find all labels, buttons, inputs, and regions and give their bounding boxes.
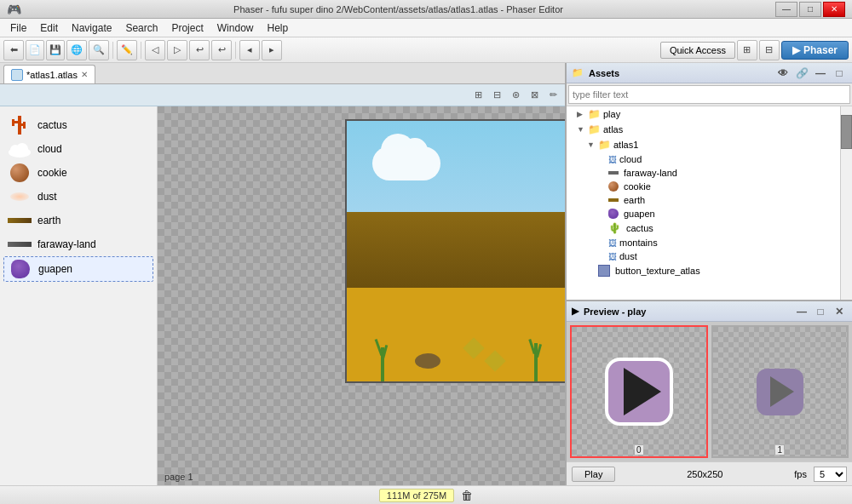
preview-panel-header: ▶ Preview - play — □ ✕ xyxy=(567,301,852,322)
sprite-item-guapen[interactable]: guapen xyxy=(3,256,153,282)
menu-project[interactable]: Project xyxy=(164,20,210,36)
toolbar-btn-7[interactable]: ▷ xyxy=(167,40,187,60)
tab-atlas-label: *atlas1.atlas xyxy=(26,70,78,80)
preview-panel-icon: ▶ xyxy=(572,306,579,317)
tree-cactus-label: cactus xyxy=(626,223,653,233)
toolbar-mode-btn[interactable]: ⊟ xyxy=(759,40,780,60)
tree-dust-label: dust xyxy=(619,251,637,261)
tree-play-label: play xyxy=(603,109,620,119)
fps-select[interactable]: 5 10 15 24 30 60 xyxy=(814,467,847,482)
assets-maximize-btn[interactable]: □ xyxy=(832,66,847,81)
tree-item-cookie[interactable]: ▶ cookie xyxy=(567,180,852,193)
tree-item-guapen[interactable]: ▶ guapen xyxy=(567,207,852,220)
sprite-item-cloud[interactable]: cloud xyxy=(3,137,153,161)
toolbar-btn-search[interactable]: 🔍 xyxy=(89,40,109,60)
assets-minimize-btn[interactable]: — xyxy=(813,66,828,81)
toolbar-btn-9[interactable]: ↩ xyxy=(211,40,232,60)
sprite-dust-label: dust xyxy=(37,191,57,203)
preview-play-button[interactable]: Play xyxy=(572,467,615,482)
preview-label-0: 0 xyxy=(635,445,643,455)
editor-btn-5[interactable]: ✏ xyxy=(544,87,561,104)
phaser-button[interactable]: ▶ Phaser xyxy=(781,41,849,60)
menu-edit[interactable]: Edit xyxy=(33,20,65,36)
toolbar-btn-new[interactable]: 📄 xyxy=(26,40,44,60)
svg-point-7 xyxy=(16,143,28,155)
toolbar-btn-6[interactable]: ◁ xyxy=(145,40,165,60)
preview-content: 0 1 xyxy=(567,322,852,461)
toolbar-btn-10[interactable]: ◂ xyxy=(239,40,260,60)
scrollbar-thumb[interactable] xyxy=(841,115,852,149)
assets-header-actions: 👁 🔗 — □ xyxy=(775,66,847,81)
menu-file[interactable]: File xyxy=(3,20,33,36)
toolbar-btn-11[interactable]: ▸ xyxy=(262,40,282,60)
montains-icon: 🖼 xyxy=(608,238,617,248)
fps-label: fps xyxy=(794,469,807,479)
sprite-item-earth[interactable]: earth xyxy=(3,209,153,232)
assets-scrollbar[interactable] xyxy=(840,106,852,300)
toolbar-btn-web[interactable]: 🌐 xyxy=(66,40,87,60)
phaser-label: Phaser xyxy=(803,44,838,56)
preview-header-actions: — □ ✕ xyxy=(794,304,847,319)
canvas-area[interactable]: page 1 xyxy=(158,106,565,485)
titlebar-controls[interactable]: — □ ✕ xyxy=(775,2,845,17)
tree-item-cactus[interactable]: ▶ 🌵 cactus xyxy=(567,220,852,236)
sprite-guapen-label: guapen xyxy=(38,263,72,275)
main-area: *atlas1.atlas ✕ ⊞ ⊟ ⊛ ⊠ ✏ xyxy=(0,63,852,485)
tree-item-atlas1[interactable]: ▼ 📁 atlas1 xyxy=(567,137,852,152)
toolbar-btn-save[interactable]: 💾 xyxy=(46,40,65,60)
preview-minimize-btn[interactable]: — xyxy=(794,304,809,319)
titlebar-left: 🎮 xyxy=(7,3,21,16)
sprite-faraway-icon xyxy=(7,235,32,254)
tab-close-btn[interactable]: ✕ xyxy=(81,70,88,79)
sprite-cloud-label: cloud xyxy=(37,143,62,155)
sprite-item-dust[interactable]: dust xyxy=(3,185,153,209)
menu-navigate[interactable]: Navigate xyxy=(65,20,118,36)
page-label: page 1 xyxy=(164,472,193,482)
preview-item-1[interactable]: 1 xyxy=(711,325,849,458)
assets-panel: 📁 Assets 👁 🔗 — □ ▶ 📁 play xyxy=(567,63,852,301)
assets-link-btn[interactable]: 🔗 xyxy=(794,66,809,81)
toolbar-perspective-btn[interactable]: ⊞ xyxy=(737,40,757,60)
maximize-button[interactable]: □ xyxy=(799,2,821,17)
assets-view-btn[interactable]: 👁 xyxy=(775,66,791,81)
toolbar-sep-1 xyxy=(112,42,113,59)
sprite-item-cactus[interactable]: cactus xyxy=(3,113,153,137)
trash-icon[interactable]: 🗑 xyxy=(461,489,473,502)
preview-close-btn[interactable]: ✕ xyxy=(832,304,847,319)
tab-atlas-icon xyxy=(11,69,23,81)
toolbar-btn-8[interactable]: ↩ xyxy=(189,40,210,60)
statusbar: 111M of 275M 🗑 xyxy=(0,485,852,504)
toolbar-btn-1[interactable]: ⬅ xyxy=(3,40,24,60)
editor-btn-4[interactable]: ⊠ xyxy=(526,87,543,104)
tree-item-button-atlas[interactable]: ▶ button_texture_atlas xyxy=(567,263,852,278)
editor-btn-2[interactable]: ⊟ xyxy=(488,87,505,104)
assets-filter-input[interactable] xyxy=(568,85,850,104)
minimize-button[interactable]: — xyxy=(775,2,797,17)
editor-tab-atlas[interactable]: *atlas1.atlas ✕ xyxy=(3,65,95,83)
tree-item-cloud[interactable]: ▶ 🖼 cloud xyxy=(567,152,852,166)
tree-item-atlas[interactable]: ▼ 📁 atlas xyxy=(567,122,852,137)
sprite-item-cookie[interactable]: cookie xyxy=(3,161,153,185)
editor-btn-1[interactable]: ⊞ xyxy=(469,87,486,104)
quick-access-button[interactable]: Quick Access xyxy=(660,42,735,59)
tree-item-dust[interactable]: ▶ 🖼 dust xyxy=(567,249,852,263)
sandy-ground xyxy=(347,288,565,381)
toolbar-btn-5[interactable]: ✏️ xyxy=(117,40,137,60)
close-button[interactable]: ✕ xyxy=(823,2,845,17)
menu-help[interactable]: Help xyxy=(260,20,295,36)
sprite-cookie-icon xyxy=(7,163,32,182)
assets-tree: ▶ 📁 play ▼ 📁 atlas ▼ 📁 atlas1 ▶ 🖼 xyxy=(567,106,852,300)
editor-btn-3[interactable]: ⊛ xyxy=(507,87,524,104)
menu-search[interactable]: Search xyxy=(118,20,164,36)
menu-window[interactable]: Window xyxy=(210,20,261,36)
tree-item-montains[interactable]: ▶ 🖼 montains xyxy=(567,236,852,249)
svg-rect-0 xyxy=(18,116,21,135)
preview-maximize-btn[interactable]: □ xyxy=(813,304,828,319)
tree-item-earth[interactable]: ▶ earth xyxy=(567,193,852,207)
tree-item-play[interactable]: ▶ 📁 play xyxy=(567,106,852,122)
sprite-item-faraway[interactable]: faraway-land xyxy=(3,232,153,256)
tree-item-faraway[interactable]: ▶ faraway-land xyxy=(567,166,852,180)
atlas-arrow: ▼ xyxy=(577,125,585,134)
editor-content: cactus cloud c xyxy=(0,106,565,485)
preview-item-0[interactable]: 0 xyxy=(570,325,708,458)
